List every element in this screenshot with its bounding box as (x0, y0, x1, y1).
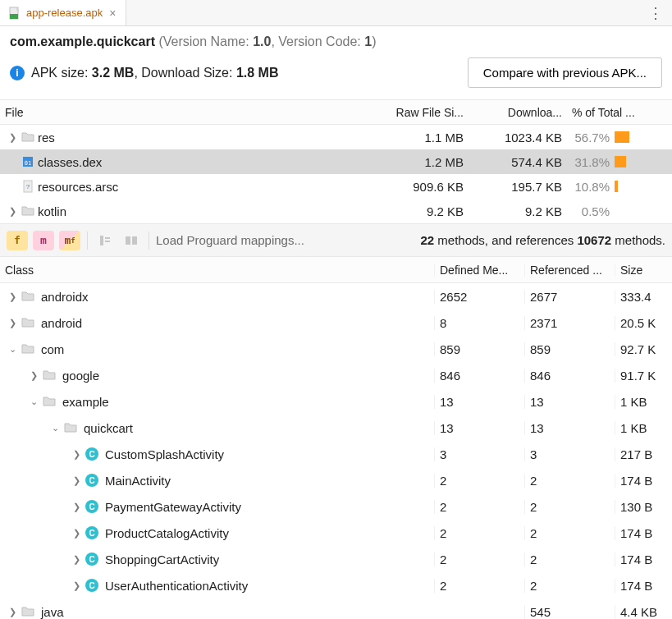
svg-rect-1 (10, 14, 18, 19)
tab-label: app-release.apk (26, 7, 103, 19)
defined-methods: 2 (434, 526, 524, 540)
file-download-size: 574.4 KB (469, 155, 567, 169)
col-raw-size[interactable]: Raw File Si... (370, 106, 469, 119)
file-row[interactable]: ❯kotlin9.2 KB9.2 KB0.5% (0, 199, 672, 223)
defined-methods: 2652 (434, 290, 524, 304)
referenced-methods: 3 (524, 447, 615, 461)
class-size: 130 B (615, 500, 672, 514)
chevron-right-icon[interactable]: ❯ (7, 132, 18, 143)
file-row[interactable]: ❯01classes.dex1.2 MB574.4 KB31.8% (0, 149, 672, 174)
class-row[interactable]: ❯CPaymentGatewayActivity22130 B (0, 493, 672, 520)
col-defined-methods[interactable]: Defined Me... (434, 264, 524, 277)
class-row[interactable]: ❯androidx26522677333.4 (0, 283, 672, 310)
defined-methods: 846 (434, 369, 524, 383)
class-row[interactable]: ❯CUserAuthenticationActivity22174 B (0, 572, 672, 598)
file-raw-size: 909.6 KB (370, 180, 469, 194)
tab-overflow-menu[interactable]: ⋮ (646, 0, 665, 25)
package-icon (43, 369, 56, 382)
file-pct: 0.5% (567, 204, 665, 218)
package-name: com.example.quickcart (10, 34, 155, 48)
info-icon: i (10, 66, 25, 80)
class-row[interactable]: ❯google84684691.7 K (0, 362, 672, 388)
chevron-down-icon[interactable]: ⌄ (7, 344, 18, 355)
chevron-right-icon[interactable]: ❯ (7, 607, 18, 617)
chevron-right-icon[interactable]: ❯ (7, 291, 18, 302)
col-pct-total[interactable]: % of Total ... (567, 106, 665, 119)
class-size: 333.4 (615, 290, 672, 304)
defined-methods: 2 (434, 500, 524, 514)
class-size: 1 KB (615, 421, 672, 435)
dex-toolbar: f m mf Load Proguard mappings... 22 meth… (0, 224, 672, 257)
file-row[interactable]: ❯res1.1 MB1023.4 KB56.7% (0, 125, 672, 149)
col-referenced-methods[interactable]: Referenced ... (524, 264, 615, 277)
tab-app-release[interactable]: app-release.apk × (0, 0, 126, 25)
toolbar-action-1[interactable] (94, 231, 116, 250)
class-size: 91.7 K (615, 369, 672, 383)
class-name: java (41, 605, 64, 619)
class-name: com (41, 342, 64, 356)
class-icon: C (85, 526, 98, 539)
class-table: Class Defined Me... Referenced ... Size … (0, 257, 672, 619)
package-icon (64, 421, 77, 434)
class-row[interactable]: ⌄com85985992.7 K (0, 336, 672, 362)
file-name: resources.arsc (38, 180, 118, 194)
svg-rect-6 (100, 236, 103, 245)
referenced-methods: 13 (524, 421, 615, 435)
chevron-right-icon[interactable]: ❯ (71, 554, 82, 565)
file-name: res (38, 131, 55, 144)
defined-methods: 13 (434, 395, 524, 409)
class-name: CustomSplashActivity (105, 447, 224, 461)
filter-methods-fields-toggle[interactable]: mf (59, 231, 80, 250)
class-row[interactable]: ❯CMainActivity22174 B (0, 467, 672, 493)
class-table-header: Class Defined Me... Referenced ... Size (0, 257, 672, 283)
file-table-header: File Raw File Si... Downloa... % of Tota… (0, 100, 672, 125)
class-row[interactable]: ❯CShoppingCartActivity22174 B (0, 546, 672, 572)
class-size: 92.7 K (615, 342, 672, 356)
chevron-right-icon[interactable]: ❯ (71, 528, 82, 539)
class-row[interactable]: ❯CProductCatalogActivity22174 B (0, 520, 672, 546)
class-name: ShoppingCartActivity (105, 553, 219, 566)
load-proguard-mappings[interactable]: Load Proguard mappings... (156, 233, 304, 247)
chevron-right-icon[interactable]: ❯ (71, 475, 82, 486)
file-pct: 31.8% (567, 155, 665, 169)
chevron-right-icon[interactable]: ❯ (71, 449, 82, 460)
file-raw-size: 1.1 MB (370, 131, 469, 144)
col-download-size[interactable]: Downloa... (469, 106, 567, 119)
col-class[interactable]: Class (0, 264, 434, 277)
file-download-size: 9.2 KB (469, 204, 567, 218)
class-row[interactable]: ❯java5454.4 KB (0, 598, 672, 619)
compare-apk-button[interactable]: Compare with previous APK... (468, 57, 662, 88)
toolbar-action-2[interactable] (121, 231, 142, 250)
class-row[interactable]: ⌄example13131 KB (0, 388, 672, 415)
class-size: 4.4 KB (615, 605, 672, 619)
class-name: google (62, 369, 99, 383)
class-row[interactable]: ⌄quickcart13131 KB (0, 415, 672, 441)
class-name: ProductCatalogActivity (105, 526, 229, 540)
col-file[interactable]: File (0, 106, 370, 119)
class-name: MainActivity (105, 474, 171, 488)
defined-methods: 2 (434, 579, 524, 593)
chevron-right-icon[interactable]: ❯ (71, 502, 82, 512)
svg-rect-7 (105, 237, 110, 239)
package-icon (43, 395, 56, 408)
class-row[interactable]: ❯android8237120.5 K (0, 310, 672, 336)
chevron-down-icon[interactable]: ⌄ (28, 397, 39, 407)
filter-methods-toggle[interactable]: m (33, 231, 54, 250)
referenced-methods: 2 (524, 500, 615, 514)
chevron-right-icon[interactable]: ❯ (7, 318, 18, 328)
class-name: example (62, 395, 109, 409)
class-icon: C (85, 579, 98, 592)
col-size[interactable]: Size (615, 264, 672, 277)
chevron-right-icon[interactable]: ❯ (71, 580, 82, 591)
filter-fields-toggle[interactable]: f (7, 231, 28, 250)
class-row[interactable]: ❯CCustomSplashActivity33217 B (0, 441, 672, 467)
chevron-right-icon[interactable]: ❯ (7, 206, 18, 217)
apk-header: com.example.quickcart (Version Name: 1.0… (0, 26, 672, 100)
close-icon[interactable]: × (107, 7, 117, 19)
file-name: kotlin (38, 204, 66, 218)
chevron-right-icon[interactable]: ❯ (28, 370, 39, 381)
chevron-down-icon[interactable]: ⌄ (49, 423, 61, 433)
version-info: (Version Name: 1.0, Version Code: 1) (158, 34, 376, 48)
file-row[interactable]: ❯?resources.arsc909.6 KB195.7 KB10.8% (0, 174, 672, 199)
svg-rect-8 (105, 241, 110, 242)
